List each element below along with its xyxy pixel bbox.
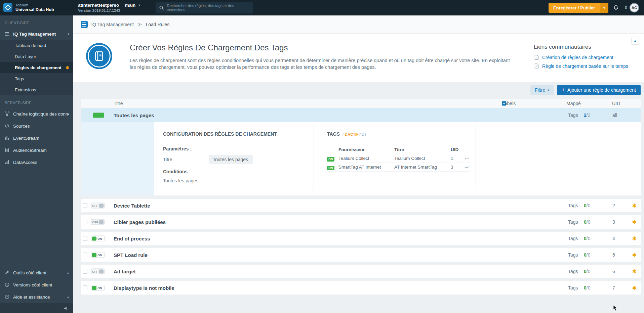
toggle-knob: [92, 253, 96, 257]
sidebar-item-eventstream[interactable]: EventStream: [0, 132, 73, 144]
sidebar-item-extensions[interactable]: Extensions: [0, 84, 73, 95]
link-creation-regles[interactable]: Création de règles de chargement: [542, 55, 613, 60]
star-icon[interactable]: ✱: [632, 235, 637, 242]
sidebar-item-sources[interactable]: Sources: [0, 120, 73, 132]
sidebar-item-versions-cote-client[interactable]: Versions côté client: [0, 279, 73, 291]
row-checkbox[interactable]: [83, 236, 87, 241]
add-load-rule-button[interactable]: + Ajouter une règle de chargement: [557, 85, 641, 95]
tags-count: ( 2 ACTIF / 2 ): [343, 132, 366, 136]
tag-vendor: Tealium Collect: [338, 156, 394, 161]
row-toggle[interactable]: OFF: [91, 203, 105, 209]
account-separator: |: [121, 3, 123, 8]
conditions-label: Conditions :: [163, 169, 308, 174]
svg-text:?: ?: [6, 296, 8, 299]
sidebar-item-label: Data Layer: [15, 54, 36, 59]
help-icon: ?: [4, 294, 10, 300]
mapped-total: /0: [587, 285, 591, 290]
global-search-input[interactable]: Rechercher des règles, des tags et des e…: [156, 2, 253, 13]
undo-icon[interactable]: ↩: [465, 165, 469, 170]
tag-management-icon: [4, 31, 10, 37]
load-rules-icon: [86, 43, 112, 69]
sidebar-item-label: Tags: [15, 76, 24, 81]
count-active: 2 ACTIF: [345, 132, 359, 136]
row-toggle[interactable]: ON: [91, 252, 105, 258]
load-rule-title[interactable]: Device Tablette: [114, 203, 150, 209]
sidebar-item-aide-et-assistance[interactable]: ? Aide et assistance ▸: [0, 291, 73, 303]
chevron-down-icon[interactable]: ▾: [138, 3, 140, 8]
topbar: Tealium Universal Data Hub atinternettes…: [0, 0, 644, 15]
filter-label: Filtre: [535, 87, 545, 93]
conditions-value: Toutes les pages: [163, 178, 308, 183]
load-rule-title[interactable]: End of process: [114, 236, 150, 241]
sidebar-item-data-supply-chain[interactable]: Chaîne logistique des données: [0, 108, 73, 120]
avatar[interactable]: AC: [630, 3, 639, 12]
iq-breadcrumb-icon: [81, 21, 88, 28]
mapped-active: 0: [584, 236, 587, 241]
load-rule-row[interactable]: OFF Cibler pages publiées Tags 0/0 3 ✱: [81, 215, 641, 229]
row-toggle[interactable]: ON: [91, 236, 105, 241]
sidebar-item-dataaccess[interactable]: DataAccess: [0, 156, 73, 168]
load-rule-row-expanded[interactable]: Toutes les pages Tags 2/2 all: [81, 108, 641, 122]
load-rule-row[interactable]: OFF Device Tablette Tags 0/0 2 ✱: [81, 199, 641, 212]
add-label-icon[interactable]: +: [502, 101, 506, 105]
load-rule-title[interactable]: SPT Load rule: [114, 252, 148, 258]
row-checkbox[interactable]: [83, 203, 87, 208]
collapse-header-button[interactable]: ▴: [632, 37, 639, 44]
star-icon[interactable]: ✱: [632, 268, 637, 275]
sidebar-item-audiencestream[interactable]: AudienceStream: [0, 144, 73, 156]
star-icon[interactable]: ✱: [632, 252, 637, 258]
sidebar-item-iq-tag-management[interactable]: iQ Tag Management ▾: [0, 28, 73, 40]
sidebar-item-label: Extensions: [15, 87, 36, 92]
tags-label: Tags: [568, 113, 578, 118]
mapped-active: 0: [584, 219, 587, 225]
params-label: Paramètres :: [163, 146, 308, 151]
row-checkbox[interactable]: [83, 253, 87, 257]
mapped-active: 2: [584, 113, 587, 118]
sidebar-collapse-button[interactable]: ◀: [0, 303, 73, 313]
star-icon[interactable]: ✱: [632, 219, 637, 225]
load-rule-row[interactable]: ON Displaytype is not mobile Tags 0/0 7 …: [81, 281, 641, 295]
table-header: Titre Labels + Mappé UID: [81, 99, 641, 108]
load-rule-row[interactable]: OFF Ad target Tags 0/0 6 ✱: [81, 265, 641, 278]
tealium-logo-icon: [3, 3, 12, 12]
undo-icon[interactable]: ↩: [465, 156, 469, 161]
toggle-knob: [99, 269, 104, 273]
save-publish-button[interactable]: Enregistrer / Publier ▾: [549, 3, 608, 13]
publish-dropdown-button[interactable]: ▾: [600, 3, 608, 13]
sidebar-item-regles-de-chargement[interactable]: Règles de chargement ✱: [0, 62, 73, 73]
account-switcher[interactable]: atinternettestperso | main ▾ Version 201…: [78, 3, 140, 13]
row-toggle-on[interactable]: [93, 113, 104, 118]
tag-uid: 3: [451, 165, 465, 170]
sidebar-item-outils-cote-client[interactable]: Outils côté client ▸: [0, 267, 73, 279]
load-rule-row[interactable]: ON End of process Tags 0/0 4 ✱: [81, 232, 641, 245]
load-rule-title[interactable]: Displaytype is not mobile: [114, 285, 174, 291]
load-rule-title[interactable]: Cibler pages publiées: [114, 219, 166, 225]
row-checkbox[interactable]: [83, 220, 87, 224]
count-open: (: [343, 132, 344, 136]
breadcrumb-parent[interactable]: iQ Tag Management: [91, 22, 134, 27]
tag-row[interactable]: ON SmartTag AT Internet AT Internet Smar…: [327, 163, 470, 172]
brand[interactable]: Tealium Universal Data Hub: [0, 3, 73, 12]
dataaccess-icon: [4, 160, 10, 165]
link-regle-temps[interactable]: Règle de chargement basée sur le temps: [542, 63, 628, 69]
load-rule-title[interactable]: Ad target: [114, 269, 136, 274]
row-toggle[interactable]: ON: [91, 285, 105, 291]
star-icon[interactable]: ✱: [632, 285, 637, 291]
row-toggle[interactable]: OFF: [91, 219, 105, 225]
load-rule-detail: CONFIGURATION DES RÈGLES DE CHARGEMENT P…: [81, 122, 641, 195]
community-links-title: Liens communautaires: [534, 44, 635, 50]
tag-row[interactable]: ON Tealium Collect Tealium Collect 1 ↩: [327, 154, 470, 163]
load-rule-title[interactable]: Toutes les pages: [114, 113, 154, 118]
tags-label: Tags: [568, 269, 578, 274]
filter-button[interactable]: Filtre ▾: [530, 85, 554, 95]
star-icon[interactable]: ✱: [632, 203, 637, 209]
load-rule-row[interactable]: ON SPT Load rule Tags 0/0 5 ✱: [81, 248, 641, 262]
title-field-value[interactable]: Toutes les pages: [209, 155, 253, 164]
sidebar-item-tags[interactable]: Tags: [0, 73, 73, 84]
row-checkbox[interactable]: [83, 269, 87, 274]
row-toggle[interactable]: OFF: [91, 269, 105, 274]
sidebar-item-data-layer[interactable]: Data Layer: [0, 51, 73, 62]
notifications-bell-icon[interactable]: [613, 4, 619, 11]
sidebar-item-tableau-de-bord[interactable]: Tableau de bord: [0, 40, 73, 51]
row-checkbox[interactable]: [83, 285, 87, 290]
